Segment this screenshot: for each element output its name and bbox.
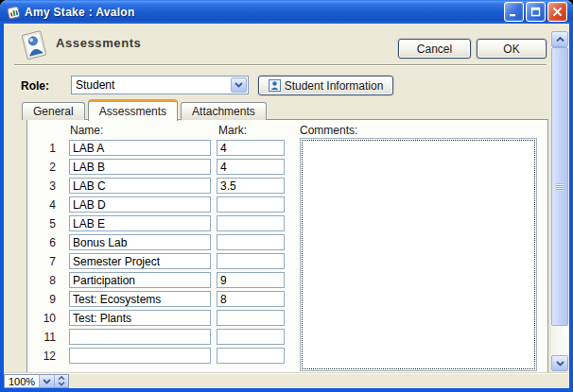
zoom-widget: 100% (4, 374, 69, 388)
row-number: 7 (27, 255, 61, 268)
mark-input[interactable] (217, 196, 285, 213)
row-number: 1 (27, 142, 61, 155)
name-input[interactable] (69, 329, 211, 345)
scrollbar-thumb[interactable] (551, 47, 568, 326)
mark-input[interactable] (217, 310, 285, 326)
mark-input[interactable] (217, 329, 285, 345)
student-information-button[interactable]: Student Information (258, 76, 393, 95)
tab-attachments[interactable]: Attachments (181, 102, 267, 120)
name-input[interactable] (69, 348, 211, 364)
person-icon (269, 79, 281, 92)
application-window: Amy Stake : Avalon (0, 0, 573, 392)
table-row: 1 (27, 140, 285, 156)
header-divider (14, 64, 547, 66)
student-information-label: Student Information (285, 79, 384, 93)
assessments-tab-panel: Name: Mark: Comments: 1 2 3 4 5 6 7 (26, 119, 548, 376)
row-number: 8 (27, 274, 61, 287)
mark-input[interactable] (217, 140, 285, 156)
name-input[interactable] (69, 159, 211, 175)
name-input[interactable] (69, 291, 211, 307)
zoom-level: 100% (5, 375, 39, 387)
assessment-rows: 1 2 3 4 5 6 7 8 9 (27, 140, 285, 366)
tab-strip: General Assessments Attachments (22, 98, 269, 120)
role-select[interactable]: Student (71, 76, 249, 94)
table-row: 9 (27, 291, 285, 307)
row-number: 6 (27, 236, 61, 249)
window-title: Amy Stake : Avalon (25, 6, 135, 19)
scroll-down-icon[interactable] (551, 355, 568, 371)
mark-input[interactable] (217, 234, 285, 250)
name-input[interactable] (69, 234, 211, 250)
comments-box (300, 138, 537, 371)
mark-input[interactable] (217, 178, 285, 194)
page-title: Assessments (56, 36, 141, 50)
close-button[interactable] (547, 2, 567, 22)
comments-label: Comments: (300, 124, 357, 137)
table-row: 2 (27, 159, 285, 175)
table-row: 3 (27, 178, 285, 194)
table-row: 4 (27, 196, 285, 213)
mark-input[interactable] (217, 291, 285, 307)
chevron-down-icon[interactable] (231, 77, 247, 93)
mark-column-header: Mark: (218, 124, 247, 137)
maximize-button[interactable] (526, 2, 546, 22)
minimize-button[interactable] (504, 2, 524, 22)
name-input[interactable] (69, 215, 211, 231)
row-number: 4 (27, 198, 61, 212)
name-input[interactable] (69, 272, 211, 288)
mark-input[interactable] (217, 215, 285, 231)
name-input[interactable] (69, 310, 211, 326)
row-number: 2 (27, 161, 61, 174)
assessments-card-icon (17, 29, 49, 61)
role-selected-value: Student (72, 78, 230, 92)
mark-input[interactable] (217, 272, 285, 288)
mark-input[interactable] (217, 348, 285, 364)
table-row: 5 (27, 215, 285, 231)
row-number: 10 (27, 312, 61, 325)
mark-input[interactable] (217, 253, 285, 269)
zoom-dropdown-chevron-icon[interactable] (39, 375, 54, 387)
row-number: 9 (27, 293, 61, 306)
dialog-content: Assessments Cancel OK Role: Student Stud… (4, 24, 569, 388)
row-number: 12 (27, 349, 61, 363)
zoom-stepper[interactable] (54, 375, 68, 387)
table-row: 10 (27, 310, 285, 326)
table-row: 8 (27, 272, 285, 288)
table-row: 7 (27, 253, 285, 269)
table-row: 6 (27, 234, 285, 250)
row-number: 5 (27, 217, 61, 230)
cancel-button[interactable]: Cancel (398, 39, 471, 59)
name-input[interactable] (69, 140, 211, 156)
name-input[interactable] (69, 253, 211, 269)
row-number: 3 (27, 179, 61, 193)
table-row: 11 (27, 329, 285, 345)
status-bar: 100% (4, 372, 569, 388)
table-row: 12 (27, 348, 285, 364)
name-input[interactable] (69, 196, 211, 213)
app-icon (6, 5, 21, 20)
mark-input[interactable] (217, 159, 285, 175)
tab-general[interactable]: General (22, 102, 85, 120)
name-input[interactable] (69, 178, 211, 194)
tab-assessments[interactable]: Assessments (88, 99, 178, 121)
comments-input[interactable] (302, 140, 535, 369)
role-label: Role: (21, 79, 49, 93)
name-column-header: Name: (70, 124, 103, 137)
ok-button[interactable]: OK (477, 39, 547, 59)
row-number: 11 (27, 331, 61, 344)
scroll-up-icon[interactable] (551, 31, 568, 47)
vertical-scrollbar[interactable] (551, 31, 568, 371)
title-bar[interactable]: Amy Stake : Avalon (0, 0, 573, 24)
